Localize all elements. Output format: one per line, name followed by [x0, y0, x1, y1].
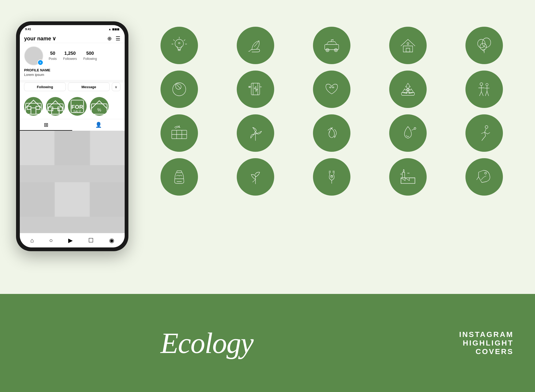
- highlight-4[interactable]: %: [90, 97, 109, 116]
- following-count: 500: [83, 51, 97, 56]
- post-3: [90, 131, 125, 165]
- svg-point-31: [480, 43, 487, 50]
- message-button[interactable]: Message: [68, 83, 110, 91]
- avatar-plus-icon[interactable]: +: [37, 60, 43, 65]
- tagged-tab[interactable]: 👤: [72, 119, 125, 131]
- highlight-circle-1: [24, 97, 43, 116]
- subtitle-line2: HIGHLIGHT: [459, 339, 514, 347]
- highlights-row: FOR SALE %: [20, 94, 125, 119]
- svg-point-60: [485, 126, 488, 129]
- icon-eco-home: [389, 27, 427, 64]
- phone-mockup: 9:41 ▲ ◼◼◼ your name ∨ ⊕ ☰: [16, 21, 128, 382]
- icon-eco-factory: [389, 158, 427, 196]
- post-5: [55, 182, 89, 217]
- svg-point-41: [480, 83, 483, 86]
- highlight-circle-3: FOR SALE: [68, 97, 87, 116]
- posts-label: Posts: [49, 57, 57, 61]
- header-icons: ⊕ ☰: [107, 35, 120, 42]
- svg-rect-62: [177, 171, 182, 173]
- icon-leaf-hand: [237, 27, 274, 64]
- svg-rect-21: [325, 45, 339, 50]
- following-button[interactable]: Following: [24, 83, 66, 91]
- action-buttons: Following Message ∨: [20, 83, 125, 94]
- phone-outer: 9:41 ▲ ◼◼◼ your name ∨ ⊕ ☰: [16, 21, 128, 251]
- svg-line-50: [487, 91, 488, 96]
- svg-line-16: [184, 40, 185, 41]
- grid-tabs: ⊞ 👤: [20, 119, 125, 131]
- status-time: 9:41: [25, 28, 31, 31]
- icon-ev-charging: [237, 71, 274, 108]
- reels-nav-icon[interactable]: ▶: [68, 237, 73, 244]
- highlight-3[interactable]: FOR SALE: [68, 97, 87, 116]
- svg-point-46: [486, 83, 488, 86]
- icon-earth-leaf: [160, 71, 198, 108]
- phone-inner: 9:41 ▲ ◼◼◼ your name ∨ ⊕ ☰: [20, 25, 125, 247]
- svg-line-45: [481, 92, 483, 96]
- more-button[interactable]: ∨: [112, 83, 120, 91]
- svg-line-44: [479, 92, 481, 96]
- post-6: [90, 182, 125, 217]
- icon-solar-panel: [160, 114, 198, 152]
- following-label: Following: [83, 57, 97, 61]
- svg-rect-70: [402, 172, 405, 178]
- ecology-icons-grid: [139, 21, 524, 201]
- icon-eco-leaf-tag: [465, 158, 503, 196]
- profile-top: + 50 Posts 1,250 Followers 500: [24, 46, 120, 65]
- chevron-icon: ∨: [52, 35, 56, 42]
- icon-wind-turbine: [237, 114, 274, 152]
- icon-recycle: [389, 71, 427, 108]
- posts-count: 50: [49, 51, 57, 56]
- ecology-title: Ecology: [160, 328, 253, 358]
- svg-rect-69: [401, 178, 415, 184]
- icon-eco-water: [389, 114, 427, 152]
- posts-stat: 50 Posts: [49, 51, 57, 61]
- svg-rect-6: [48, 107, 53, 111]
- icon-eco-heart: [313, 71, 350, 108]
- svg-rect-35: [251, 83, 260, 95]
- add-icon[interactable]: ⊕: [107, 35, 112, 42]
- followers-label: Followers: [63, 57, 77, 61]
- status-bar: 9:41 ▲ ◼◼◼: [20, 25, 125, 33]
- profile-bio: Lorem ipsum: [24, 73, 120, 77]
- icon-running: [465, 114, 503, 152]
- highlight-2[interactable]: [46, 97, 65, 116]
- icon-eco-plug: [313, 158, 350, 196]
- svg-rect-0: [26, 103, 41, 114]
- icon-plastic-bottle: [160, 158, 198, 196]
- icon-electric-car: [313, 27, 350, 64]
- svg-line-58: [412, 129, 415, 130]
- status-icons: ▲ ◼◼◼: [108, 28, 119, 31]
- svg-point-23: [334, 48, 338, 52]
- svg-text:%: %: [97, 107, 101, 112]
- home-nav-icon[interactable]: ⌂: [30, 237, 34, 244]
- menu-icon[interactable]: ☰: [116, 35, 120, 42]
- svg-rect-3: [36, 106, 40, 110]
- svg-point-68: [331, 176, 333, 178]
- icon-eco-family: [465, 71, 503, 108]
- post-1: [20, 131, 54, 165]
- svg-line-74: [477, 177, 479, 180]
- highlight-1[interactable]: [24, 97, 43, 116]
- subtitle-line3: COVERS: [459, 347, 514, 356]
- search-nav-icon[interactable]: ○: [49, 237, 53, 244]
- svg-rect-2: [27, 106, 31, 110]
- bottom-nav: ⌂ ○ ▶ ☐ ◉: [20, 233, 125, 247]
- bottom-branding: Ecology INSTAGRAM HIGHLIGHT COVERS: [139, 294, 535, 392]
- followers-stat: 1,250 Followers: [63, 51, 77, 61]
- profile-nav-icon[interactable]: ◉: [109, 237, 114, 244]
- svg-point-22: [326, 48, 329, 52]
- svg-rect-4: [48, 104, 63, 114]
- profile-name: PROFILE NAME: [24, 68, 120, 72]
- svg-line-61: [482, 139, 483, 141]
- grid-tab[interactable]: ⊞: [20, 119, 72, 131]
- svg-text:SALE: SALE: [73, 110, 81, 113]
- stats-row: 50 Posts 1,250 Followers 500 Following: [49, 51, 97, 61]
- ig-header: your name ∨ ⊕ ☰: [20, 33, 125, 43]
- avatar-wrap: +: [24, 46, 43, 65]
- svg-line-49: [485, 91, 487, 96]
- svg-point-59: [414, 127, 416, 129]
- svg-rect-7: [58, 107, 62, 111]
- icon-eco-plant: [237, 158, 274, 196]
- svg-rect-1: [31, 108, 36, 114]
- shop-nav-icon[interactable]: ☐: [88, 237, 94, 244]
